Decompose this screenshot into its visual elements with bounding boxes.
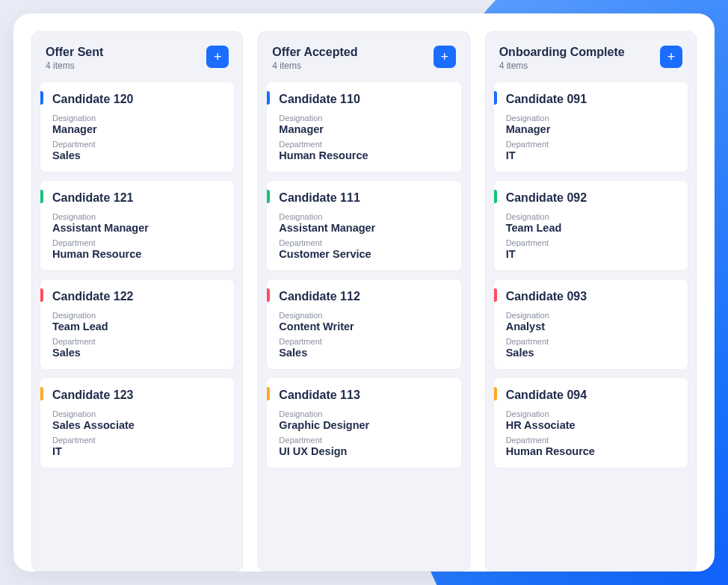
column-title-wrap: Offer Accepted 4 items [272,46,357,71]
column-offer-accepted: Offer Accepted 4 items + Candidate 110 D… [258,31,469,572]
designation-value: Manager [279,123,450,135]
column-count: 4 items [46,61,103,71]
department-value: Human Resource [52,248,223,260]
department-value: Sales [52,347,223,359]
department-value: IT [506,248,677,260]
department-value: Human Resource [279,149,450,161]
card-title: Candidate 113 [279,389,450,402]
column-onboarding-complete: Onboarding Complete 4 items + Candidate … [485,31,697,572]
card-title: Candidate 121 [52,191,223,205]
designation-value: Graphic Designer [279,419,450,431]
kanban-board: Offer Sent 4 items + Candidate 120 Desig… [13,13,715,572]
department-label: Department [52,337,223,346]
designation-label: Designation [279,212,450,221]
designation-label: Designation [52,311,223,320]
designation-value: Sales Associate [52,419,223,431]
card-title: Candidate 123 [52,389,223,402]
card-title: Candidate 112 [279,290,450,303]
department-label: Department [279,436,450,445]
candidate-card[interactable]: Candidate 092 Designation Team Lead Depa… [493,180,688,271]
card-title: Candidate 093 [506,290,677,303]
designation-label: Designation [279,311,450,320]
candidate-card[interactable]: Candidate 121 Designation Assistant Mana… [40,180,235,271]
column-header: Onboarding Complete 4 items + [493,40,688,81]
column-header: Offer Sent 4 items + [40,40,235,81]
column-count: 4 items [499,61,625,71]
designation-value: Manager [52,123,223,135]
column-count: 4 items [272,61,357,71]
department-label: Department [52,436,223,445]
column-title: Offer Accepted [272,46,357,59]
card-title: Candidate 110 [279,93,450,106]
department-label: Department [506,436,677,445]
column-title: Onboarding Complete [499,46,625,59]
candidate-card[interactable]: Candidate 091 Designation Manager Depart… [493,81,688,173]
card-list: Candidate 110 Designation Manager Depart… [266,81,461,468]
department-value: Customer Service [279,248,450,260]
candidate-card[interactable]: Candidate 094 Designation HR Associate D… [493,377,688,468]
department-label: Department [279,238,450,247]
designation-label: Designation [506,114,677,123]
designation-label: Designation [279,409,450,418]
column-title-wrap: Onboarding Complete 4 items [499,46,625,71]
candidate-card[interactable]: Candidate 093 Designation Analyst Depart… [493,279,688,370]
designation-value: Team Lead [506,222,677,234]
department-value: Sales [279,347,450,359]
designation-value: Manager [506,123,677,135]
card-title: Candidate 111 [279,191,450,205]
designation-value: Assistant Manager [279,222,450,234]
designation-label: Designation [52,212,223,221]
department-label: Department [52,238,223,247]
designation-value: Content Writer [279,321,450,332]
department-value: Sales [52,149,223,161]
department-label: Department [506,238,677,247]
card-title: Candidate 122 [52,290,223,303]
department-value: UI UX Design [279,445,450,457]
designation-value: Team Lead [52,321,223,332]
column-title-wrap: Offer Sent 4 items [46,46,103,71]
column-header: Offer Accepted 4 items + [266,40,461,81]
designation-label: Designation [506,409,677,418]
card-list: Candidate 091 Designation Manager Depart… [493,81,688,468]
card-title: Candidate 120 [52,93,223,106]
designation-label: Designation [52,114,223,123]
department-label: Department [279,337,450,346]
candidate-card[interactable]: Candidate 122 Designation Team Lead Depa… [40,279,235,370]
candidate-card[interactable]: Candidate 123 Designation Sales Associat… [40,377,235,468]
designation-value: HR Associate [506,419,677,431]
department-value: IT [506,149,677,161]
designation-label: Designation [506,212,677,221]
add-button[interactable]: + [434,46,456,68]
candidate-card[interactable]: Candidate 111 Designation Assistant Mana… [266,180,461,271]
card-title: Candidate 092 [506,191,677,205]
add-button[interactable]: + [206,46,229,68]
card-title: Candidate 091 [506,93,677,106]
column-title: Offer Sent [46,46,103,59]
department-value: IT [52,445,223,457]
card-title: Candidate 094 [506,389,677,402]
candidate-card[interactable]: Candidate 110 Designation Manager Depart… [266,81,461,173]
department-label: Department [506,337,677,346]
department-value: Sales [506,347,677,359]
add-button[interactable]: + [660,46,682,68]
department-value: Human Resource [506,445,677,457]
column-offer-sent: Offer Sent 4 items + Candidate 120 Desig… [31,31,243,572]
candidate-card[interactable]: Candidate 112 Designation Content Writer… [266,279,461,370]
designation-value: Analyst [506,321,677,332]
designation-value: Assistant Manager [52,222,223,234]
candidate-card[interactable]: Candidate 120 Designation Manager Depart… [40,81,235,173]
designation-label: Designation [52,409,223,418]
designation-label: Designation [506,311,677,320]
card-list: Candidate 120 Designation Manager Depart… [40,81,235,468]
department-label: Department [279,140,450,149]
department-label: Department [506,140,677,149]
designation-label: Designation [279,114,450,123]
candidate-card[interactable]: Candidate 113 Designation Graphic Design… [266,377,461,468]
department-label: Department [52,140,223,149]
